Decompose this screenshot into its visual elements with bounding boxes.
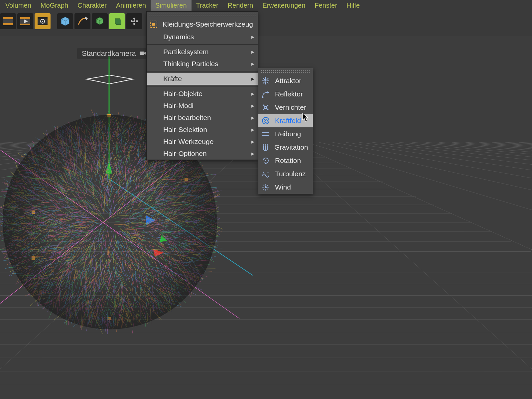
forces-submenu: Attraktor Reflektor Vernichter Kraftfeld… bbox=[258, 68, 313, 194]
menu-mograph[interactable]: MoGraph bbox=[36, 0, 73, 11]
timeline-record-button[interactable] bbox=[0, 13, 16, 29]
svg-marker-14 bbox=[84, 17, 88, 20]
submenu-item-label: Reflektor bbox=[275, 90, 306, 98]
submenu-item-rotation[interactable]: Rotation bbox=[258, 154, 313, 167]
camera-label[interactable]: Standardkamera bbox=[77, 48, 151, 59]
menu-drag-strip[interactable] bbox=[260, 69, 311, 73]
forcefield-icon bbox=[261, 116, 270, 125]
menu-item-label: Hair-Optionen bbox=[163, 150, 251, 158]
menu-item-particles[interactable]: Partikelsystem bbox=[147, 46, 258, 58]
menu-simulieren[interactable]: Simulieren bbox=[151, 0, 191, 11]
menu-item-label: Hair-Objekte bbox=[163, 90, 251, 98]
submenu-item-deflector[interactable]: Reflektor bbox=[258, 87, 313, 101]
submenu-item-label: Kraftfeld bbox=[275, 117, 306, 125]
timeline-play-button[interactable] bbox=[17, 13, 33, 29]
svg-point-49 bbox=[267, 144, 268, 146]
submenu-item-label: Gravitation bbox=[274, 143, 308, 151]
svg-marker-24 bbox=[144, 52, 146, 55]
menu-item-label: Hair bearbeiten bbox=[163, 114, 251, 122]
svg-point-21 bbox=[131, 20, 133, 22]
svg-point-35 bbox=[265, 80, 267, 82]
menu-charakter[interactable]: Charakter bbox=[73, 0, 111, 11]
menu-item-label: Hair-Modi bbox=[163, 102, 251, 110]
menu-volumen[interactable]: Volumen bbox=[1, 0, 36, 11]
menu-item-hair-modes[interactable]: Hair-Modi bbox=[147, 100, 258, 112]
menu-item-hair-tools[interactable]: Hair-Werkzeuge bbox=[147, 136, 258, 148]
simulate-menu: Kleidungs-Speicherwerkzeug Dynamics Part… bbox=[146, 11, 258, 160]
submenu-item-wind[interactable]: Wind bbox=[258, 181, 313, 194]
menu-hilfe[interactable]: Hilfe bbox=[342, 0, 364, 11]
extrude-button[interactable] bbox=[109, 13, 125, 29]
generator-button[interactable] bbox=[92, 13, 108, 29]
submenu-item-gravity[interactable]: Gravitation bbox=[258, 141, 313, 154]
svg-rect-4 bbox=[20, 17, 30, 19]
svg-rect-9 bbox=[38, 24, 48, 25]
menubar: Volumen MoGraph Charakter Animieren Simu… bbox=[0, 0, 532, 11]
camera-icon bbox=[139, 49, 147, 58]
svg-rect-2 bbox=[3, 23, 13, 25]
gravity-icon bbox=[261, 143, 270, 152]
svg-line-64 bbox=[263, 185, 264, 186]
cloth-cache-icon bbox=[149, 20, 158, 29]
svg-marker-17 bbox=[115, 19, 121, 25]
submenu-item-destructor[interactable]: Vernichter bbox=[258, 101, 313, 114]
svg-marker-68 bbox=[303, 113, 308, 121]
render-settings-button[interactable] bbox=[35, 13, 51, 29]
menu-item-label: Partikelsystem bbox=[163, 48, 251, 56]
menu-tracker[interactable]: Tracker bbox=[192, 0, 223, 11]
svg-point-47 bbox=[266, 135, 268, 136]
menu-drag-strip[interactable] bbox=[149, 13, 256, 16]
submenu-item-label: Turbulenz bbox=[275, 170, 306, 178]
menu-animieren[interactable]: Animieren bbox=[111, 0, 151, 11]
menu-item-dynamics[interactable]: Dynamics bbox=[147, 31, 258, 43]
submenu-item-turbulence[interactable]: Turbulenz bbox=[258, 167, 313, 181]
svg-point-20 bbox=[133, 23, 135, 25]
svg-rect-26 bbox=[152, 23, 155, 26]
svg-line-31 bbox=[263, 78, 265, 80]
menu-separator bbox=[147, 44, 258, 45]
submenu-item-label: Attraktor bbox=[275, 77, 306, 85]
menu-separator bbox=[147, 86, 258, 86]
toolbar bbox=[0, 11, 532, 31]
submenu-item-attractor[interactable]: Attraktor bbox=[258, 74, 313, 87]
svg-rect-1 bbox=[3, 17, 13, 19]
svg-point-40 bbox=[265, 106, 267, 108]
svg-point-22 bbox=[133, 20, 135, 22]
friction-icon bbox=[261, 129, 270, 139]
menu-item-label: Hair-Selektion bbox=[163, 126, 251, 134]
svg-point-59 bbox=[265, 186, 267, 188]
menu-item-hair-objects[interactable]: Hair-Objekte bbox=[147, 88, 258, 100]
camera-label-text: Standardkamera bbox=[82, 49, 136, 58]
array-button[interactable] bbox=[126, 13, 142, 29]
svg-point-11 bbox=[42, 21, 43, 22]
svg-line-67 bbox=[263, 189, 264, 190]
svg-point-57 bbox=[263, 172, 264, 173]
menu-item-hair-selection[interactable]: Hair-Selektion bbox=[147, 124, 258, 136]
svg-line-33 bbox=[267, 78, 268, 80]
svg-rect-23 bbox=[140, 52, 144, 55]
submenu-item-friction[interactable]: Reibung bbox=[258, 127, 313, 141]
submenu-item-label: Reibung bbox=[275, 130, 306, 138]
menu-item-hair-options[interactable]: Hair-Optionen bbox=[147, 148, 258, 160]
menu-item-thinking-particles[interactable]: Thinking Particles bbox=[147, 58, 258, 70]
menu-rendern[interactable]: Rendern bbox=[223, 0, 258, 11]
menu-item-cloth-cache[interactable]: Kleidungs-Speicherwerkzeug bbox=[147, 18, 258, 31]
svg-point-48 bbox=[263, 144, 264, 146]
menu-fenster[interactable]: Fenster bbox=[310, 0, 342, 11]
menu-item-label: Kleidungs-Speicherwerkzeug bbox=[163, 20, 253, 28]
menu-separator bbox=[147, 71, 258, 71]
menu-item-forces[interactable]: Kräfte bbox=[147, 73, 258, 85]
spline-pen-button[interactable] bbox=[74, 13, 90, 29]
rotation-icon bbox=[261, 156, 270, 165]
svg-line-66 bbox=[267, 185, 268, 186]
menu-erweiterungen[interactable]: Erweiterungen bbox=[258, 0, 310, 11]
menu-item-label: Kräfte bbox=[163, 75, 251, 83]
svg-point-43 bbox=[265, 120, 266, 121]
attractor-icon bbox=[261, 76, 270, 85]
svg-point-18 bbox=[133, 18, 135, 20]
svg-point-58 bbox=[268, 172, 269, 173]
cube-primitive-button[interactable] bbox=[57, 13, 73, 29]
svg-line-65 bbox=[267, 189, 268, 190]
menu-item-hair-edit[interactable]: Hair bearbeiten bbox=[147, 112, 258, 124]
menu-item-label: Hair-Werkzeuge bbox=[163, 138, 251, 146]
